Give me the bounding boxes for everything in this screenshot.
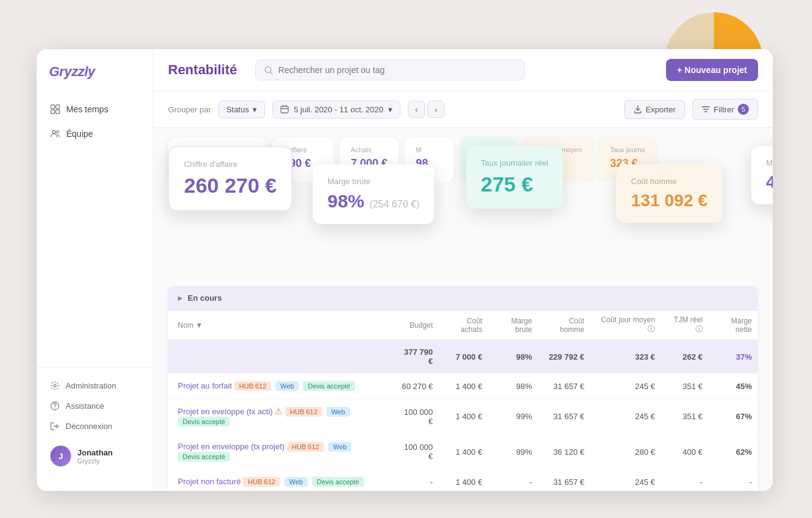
group-header: ▶ En cours [168,286,758,311]
budget-1: 100 000 € [393,399,439,435]
filter-count-badge: 5 [738,104,749,115]
popup-marge-nette: Marge Nette 47% (123 578 €) [751,146,773,204]
logo: Gryzzly [37,64,153,98]
popup-ca-value: 260 270 € [184,174,277,198]
logout-icon [50,422,59,431]
tag-devis-0: Devis accepté [303,381,355,391]
tag-devis-2: Devis accepté [178,452,230,462]
project-name-1: Projet en eveloppe (tx acti) ⚠ HUB 612 W… [168,399,393,435]
marge-nette-1: 67% [709,399,759,435]
tag-hub-2: HUB 612 [287,442,324,452]
project-link-0[interactable]: Projet au forfait [178,381,232,390]
next-arrow[interactable]: › [427,101,445,118]
project-name-0: Projet au forfait HUB 612 Web Devis acce… [168,374,393,399]
marge-brute-1: 99% [488,399,538,435]
summary-marge-brute: 98% [488,340,538,374]
sidebar-label-deconnexion: Déconnexion [66,422,112,431]
cout-achats-3: 1 400 € [439,470,489,492]
tjm-0: 351 € [661,374,708,399]
project-link-1[interactable]: Projet en eveloppe (tx acti) [178,407,273,416]
tjm-3: - [661,470,708,492]
cout-achats-0: 1 400 € [439,374,489,399]
summary-cjm: 323 € [591,340,661,374]
nav-arrows: ‹ › [408,101,445,118]
tag-web-3: Web [285,477,308,487]
svg-point-8 [55,408,55,408]
chevron-down-icon-date: ▾ [388,105,393,114]
budget-0: 60 270 € [393,374,439,399]
sidebar-item-assistance[interactable]: Assistance [43,396,147,416]
search-bar[interactable] [255,60,525,80]
content-area: Chiffre d'affaire 260 270 € d'affaire 79… [153,128,773,491]
cjm-3: 245 € [591,470,661,492]
popup-mb-value: 98% (254 670 €) [327,191,419,212]
svg-point-4 [53,131,56,134]
group-label: En cours [188,293,222,303]
prev-arrow[interactable]: ‹ [408,101,425,118]
group-by-dropdown[interactable]: Status ▾ [218,101,265,118]
app-window: Gryzzly Mes temps Équipe [37,49,773,491]
table-row-summary: 377 790 € 7 000 € 98% 229 792 € 323 € 26… [168,340,758,374]
user-info: Jonathan Gryzzly [77,448,113,465]
tag-devis-1: Devis accepté [178,417,230,427]
new-project-button[interactable]: + Nouveau projet [666,59,758,81]
svg-point-6 [54,385,56,387]
cjm-0: 245 € [591,374,661,399]
date-picker[interactable]: 5 juil. 2020 - 11 oct. 2020 ▾ [272,101,400,118]
svg-rect-10 [281,106,288,113]
sidebar-item-administration[interactable]: Administration [43,376,147,395]
export-icon [634,105,642,114]
project-link-3[interactable]: Projet non facturé [178,477,241,486]
user-company: Gryzzly [77,457,113,465]
export-button[interactable]: Exporter [624,100,685,119]
tag-hub-0: HUB 612 [234,381,272,391]
search-input[interactable] [278,65,516,75]
summary-budget: 377 790 € [393,340,439,374]
popup-cout: Coût homme 131 092 € [616,164,722,223]
sidebar-item-mes-temps[interactable]: Mes temps [43,98,147,120]
cjm-1: 245 € [591,399,661,435]
budget-2: 100 000 € [393,435,439,470]
new-project-label: + Nouveau projet [677,65,747,75]
header: Rentabilité + Nouveau projet [153,49,773,91]
project-name-3: Projet non facturé HUB 612 Web Devis acc… [168,470,393,492]
sidebar-label-equipe: Équipe [66,129,93,139]
project-link-2[interactable]: Projet en enveloppe (tx projet) [178,442,285,451]
summary-cout-achats: 7 000 € [439,340,489,374]
marge-brute-0: 98% [488,374,538,399]
filter-button[interactable]: Filtrer 5 [692,99,758,120]
popup-ca-label: Chiffre d'affaire [184,160,277,169]
page-title: Rentabilité [168,62,237,78]
kpi-achats-label: Achats [351,146,388,153]
kpi-mb-small-label: M [416,146,443,153]
filter-label: Filtrer [714,105,734,114]
tjm-1: 351 € [661,399,708,435]
popup-cout-label: Coût homme [631,177,708,186]
chevron-down-icon: ▾ [253,105,257,114]
popup-marge-nette-value: 47% (123 578 €) [766,172,773,192]
cout-achats-2: 1 400 € [439,435,489,470]
popup-mb-label: Marge brute [327,177,419,186]
sidebar-item-deconnexion[interactable]: Déconnexion [43,417,147,436]
col-budget: Budget [393,311,439,340]
marge-brute-3: - [488,470,538,492]
group-encours: ▶ En cours Nom ▼ Budget Coût achats Marg… [168,286,758,491]
summary-name [168,340,393,374]
col-cout-jour: Coût jour moyen ⓘ [591,311,661,340]
cout-homme-2: 36 120 € [538,435,590,470]
summary-cout-homme: 229 792 € [538,340,590,374]
table-row: Projet en enveloppe (tx projet) HUB 612 … [168,435,758,470]
budget-3: - [393,470,439,492]
group-expand-icon[interactable]: ▶ [178,295,183,301]
sidebar-label-mes-temps: Mes temps [66,104,108,114]
sidebar-label-administration: Administration [66,381,116,390]
sidebar-nav: Mes temps Équipe [37,98,153,361]
sidebar-label-assistance: Assistance [66,401,104,411]
svg-rect-3 [56,110,59,114]
filter-icon [702,105,710,114]
popup-cout-value: 131 092 € [631,191,708,211]
marge-nette-0: 45% [709,374,759,399]
project-name-2: Projet en enveloppe (tx projet) HUB 612 … [168,435,393,470]
tag-devis-3: Devis accepté [312,477,364,487]
sidebar-item-equipe[interactable]: Équipe [43,123,147,145]
